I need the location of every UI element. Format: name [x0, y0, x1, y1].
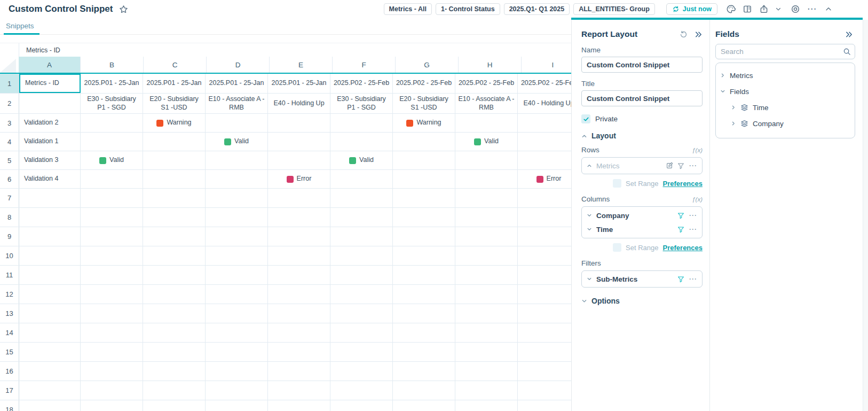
cell-E14[interactable] [268, 323, 330, 342]
cell-I13[interactable] [518, 304, 571, 323]
cell-F5[interactable]: Valid [330, 151, 393, 169]
chevron-down-icon[interactable] [720, 89, 725, 94]
filter-icon[interactable] [677, 226, 684, 233]
cell-F14[interactable] [330, 323, 393, 342]
target-icon[interactable] [789, 3, 802, 15]
column-header-A[interactable]: A [19, 57, 81, 73]
cell-H11[interactable] [455, 266, 518, 284]
cell-F4[interactable] [330, 133, 393, 151]
filter-icon[interactable] [677, 162, 684, 169]
vertical-scrollbar[interactable] [863, 20, 868, 411]
cell-C5[interactable] [143, 151, 206, 169]
panel-icon[interactable] [741, 3, 754, 15]
layout-section-header[interactable]: Layout [581, 131, 703, 140]
cell-I18[interactable] [518, 400, 571, 411]
cell-C6[interactable] [143, 170, 206, 188]
cell-H12[interactable] [455, 285, 518, 304]
formula-fx-icon[interactable]: ƒ(x) [692, 196, 703, 203]
cell-E8[interactable] [268, 208, 330, 227]
cell-C1[interactable]: 2025.P01 - 25-Jan [143, 74, 206, 93]
cell-B4[interactable] [81, 133, 143, 151]
cell-E3[interactable] [268, 114, 330, 132]
column-header-F[interactable]: F [333, 57, 396, 73]
cell-G16[interactable] [393, 362, 455, 381]
cell-C18[interactable] [143, 400, 206, 411]
tab-snippets[interactable]: Snippets [6, 19, 34, 34]
cell-F2[interactable]: E30 - Subsidiary P1 - SGD [330, 94, 393, 113]
cell-C11[interactable] [143, 266, 206, 284]
cell-F1[interactable]: 2025.P02 - 25-Feb [330, 74, 393, 93]
cell-A2[interactable] [19, 94, 81, 113]
cell-D9[interactable] [206, 227, 268, 246]
search-icon[interactable] [843, 48, 851, 56]
search-input[interactable] [715, 44, 855, 59]
cell-E13[interactable] [268, 304, 330, 323]
cell-I14[interactable] [518, 323, 571, 342]
cell-F15[interactable] [330, 343, 393, 361]
cell-D5[interactable] [206, 151, 268, 169]
cell-F13[interactable] [330, 304, 393, 323]
cell-D17[interactable] [206, 381, 268, 400]
cell-G9[interactable] [393, 227, 455, 246]
cell-B7[interactable] [81, 189, 143, 207]
row-header-13[interactable]: 13 [0, 304, 19, 323]
collapse-panel-icon[interactable] [845, 30, 853, 38]
cell-A17[interactable] [19, 381, 81, 400]
cell-H18[interactable] [455, 400, 518, 411]
cell-E17[interactable] [268, 381, 330, 400]
column-header-C[interactable]: C [144, 57, 207, 73]
cell-D1[interactable]: 2025.P01 - 25-Jan [206, 74, 268, 93]
cell-G1[interactable]: 2025.P02 - 25-Feb [393, 74, 455, 93]
cell-H9[interactable] [455, 227, 518, 246]
cell-B5[interactable]: Valid [81, 151, 143, 169]
cell-I8[interactable] [518, 208, 571, 227]
cell-F11[interactable] [330, 266, 393, 284]
cell-C17[interactable] [143, 381, 206, 400]
cell-C13[interactable] [143, 304, 206, 323]
formula-fx-icon[interactable]: ƒ(x) [692, 147, 703, 153]
cell-G12[interactable] [393, 285, 455, 304]
cell-B2[interactable]: E30 - Subsidiary P1 - SGD [81, 94, 143, 113]
cell-D4[interactable]: Valid [206, 133, 268, 151]
cell-G7[interactable] [393, 189, 455, 207]
cell-A8[interactable] [19, 208, 81, 227]
cell-E1[interactable]: 2025.P01 - 25-Jan [268, 74, 330, 93]
cell-F7[interactable] [330, 189, 393, 207]
cell-A16[interactable] [19, 362, 81, 381]
cell-H7[interactable] [455, 189, 518, 207]
cell-D18[interactable] [206, 400, 268, 411]
cell-D11[interactable] [206, 266, 268, 284]
cell-H6[interactable] [455, 170, 518, 188]
cell-E12[interactable] [268, 285, 330, 304]
cell-D7[interactable] [206, 189, 268, 207]
cell-D10[interactable] [206, 246, 268, 265]
chevron-right-icon[interactable] [731, 105, 736, 110]
cell-H2[interactable]: E10 - Associate A - RMB [455, 94, 518, 113]
formula-bar-value[interactable]: Metrics - ID [19, 43, 60, 57]
cell-G17[interactable] [393, 381, 455, 400]
row-header-8[interactable]: 8 [0, 208, 19, 227]
row-header-15[interactable]: 15 [0, 343, 19, 361]
cell-I3[interactable] [518, 114, 571, 132]
cell-G10[interactable] [393, 246, 455, 265]
favorite-star-icon[interactable] [119, 5, 128, 14]
more-icon[interactable]: ⋯ [689, 213, 697, 218]
cell-F17[interactable] [330, 381, 393, 400]
cell-A14[interactable] [19, 323, 81, 342]
filter-chip-entity[interactable]: ALL_ENTITIES- Group [573, 3, 655, 15]
column-header-B[interactable]: B [81, 57, 144, 73]
cell-C10[interactable] [143, 246, 206, 265]
cell-C7[interactable] [143, 189, 206, 207]
cell-F12[interactable] [330, 285, 393, 304]
cell-A12[interactable] [19, 285, 81, 304]
cell-D16[interactable] [206, 362, 268, 381]
cell-A18[interactable] [19, 400, 81, 411]
cell-E4[interactable] [268, 133, 330, 151]
filter-icon[interactable] [677, 212, 684, 219]
cell-B6[interactable] [81, 170, 143, 188]
tree-item-time[interactable]: Time [720, 99, 850, 115]
cell-D6[interactable] [206, 170, 268, 188]
cell-H17[interactable] [455, 381, 518, 400]
cell-I6[interactable]: Error [518, 170, 571, 188]
cell-H14[interactable] [455, 323, 518, 342]
